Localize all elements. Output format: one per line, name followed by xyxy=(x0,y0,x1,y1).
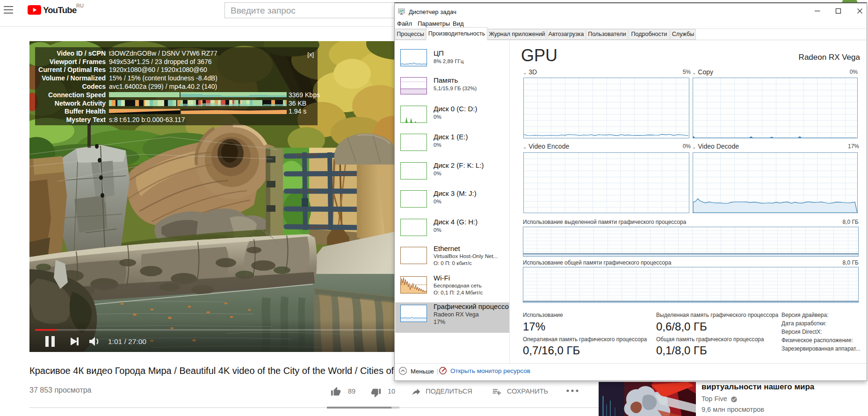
svg-text:1:01 / 27:00: 1:01 / 27:00 xyxy=(108,337,146,345)
